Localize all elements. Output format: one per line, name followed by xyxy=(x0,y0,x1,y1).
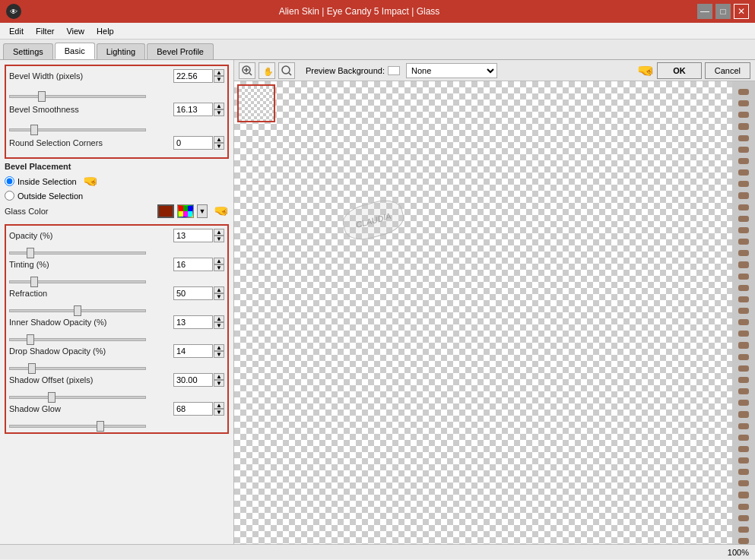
opacity-slider[interactable] xyxy=(9,252,146,255)
tab-lighting[interactable]: Lighting xyxy=(97,43,146,59)
bevel-width-slider[interactable] xyxy=(9,95,146,98)
tab-bevel-profile[interactable]: Bevel Profile xyxy=(147,43,214,59)
refraction-row: Refraction ▲ ▼ xyxy=(9,286,224,300)
dot-11 xyxy=(738,204,749,210)
shadow-glow-up[interactable]: ▲ xyxy=(214,402,224,409)
round-corners-input-wrap: ▲ ▼ xyxy=(173,136,224,150)
drop-shadow-up[interactable]: ▲ xyxy=(214,344,224,351)
bevel-width-up[interactable]: ▲ xyxy=(214,69,224,76)
shadow-offset-slider[interactable] xyxy=(9,396,146,399)
dot-23 xyxy=(738,342,749,348)
dot-37 xyxy=(738,504,749,510)
inside-selection-radio[interactable] xyxy=(5,176,14,186)
dot-34 xyxy=(738,469,749,475)
menu-filter[interactable]: Filter xyxy=(30,25,60,37)
refraction-down[interactable]: ▼ xyxy=(214,293,224,300)
dot-25 xyxy=(738,365,749,372)
refraction-slider[interactable] xyxy=(9,309,146,312)
preview-bg-select[interactable]: None White Black Custom xyxy=(406,63,497,78)
minimize-button[interactable]: — xyxy=(697,4,712,19)
cancel-button[interactable]: Cancel xyxy=(705,62,750,79)
shadow-offset-down[interactable]: ▼ xyxy=(214,380,224,387)
shadow-offset-up[interactable]: ▲ xyxy=(214,373,224,380)
bottom-input-group: Opacity (%) ▲ ▼ Tinting (%) ▲ ▼ xyxy=(5,224,229,434)
top-input-group: Bevel Width (pixels) ▲ ▼ Bevel Smoothnes… xyxy=(5,65,229,159)
refraction-spinner: ▲ ▼ xyxy=(214,286,224,300)
dot-5 xyxy=(738,135,749,141)
pan-tool[interactable]: ✋ xyxy=(259,62,275,79)
ok-button[interactable]: OK xyxy=(657,62,702,79)
opacity-down[interactable]: ▼ xyxy=(214,236,224,242)
dot-30 xyxy=(738,423,749,429)
tab-basic[interactable]: Basic xyxy=(55,43,95,59)
tab-settings[interactable]: Settings xyxy=(3,43,53,59)
dot-1 xyxy=(738,89,749,95)
shadow-glow-input-wrap: ▲ ▼ xyxy=(173,402,224,416)
refraction-up[interactable]: ▲ xyxy=(214,286,224,293)
menu-help[interactable]: Help xyxy=(90,25,120,37)
glass-color-swatch[interactable] xyxy=(157,204,174,218)
dot-35 xyxy=(738,480,749,486)
bevel-smoothness-slider[interactable] xyxy=(9,128,146,131)
inner-shadow-slider[interactable] xyxy=(9,338,146,341)
refraction-input-wrap: ▲ ▼ xyxy=(173,286,224,300)
shadow-offset-label: Shadow Offset (pixels) xyxy=(9,375,173,384)
outside-selection-label: Outside Selection xyxy=(17,191,83,201)
preview-area: CLAUDIA xyxy=(234,81,755,544)
inner-shadow-up[interactable]: ▲ xyxy=(214,315,224,322)
drop-shadow-row: Drop Shadow Opacity (%) ▲ ▼ xyxy=(9,344,224,358)
zoom-in-tool[interactable] xyxy=(239,62,255,79)
menu-view[interactable]: View xyxy=(60,25,90,37)
dot-27 xyxy=(738,388,749,394)
shadow-glow-spinner: ▲ ▼ xyxy=(214,402,224,416)
bevel-smoothness-up[interactable]: ▲ xyxy=(214,103,224,109)
tinting-down[interactable]: ▼ xyxy=(214,264,224,271)
outside-selection-row: Outside Selection xyxy=(5,191,229,201)
shadow-glow-down[interactable]: ▼ xyxy=(214,409,224,416)
dot-21 xyxy=(738,319,749,325)
inner-shadow-input-wrap: ▲ ▼ xyxy=(173,315,224,329)
glass-color-dropdown[interactable]: ▼ xyxy=(197,204,208,218)
round-corners-up[interactable]: ▲ xyxy=(214,136,224,143)
opacity-input[interactable] xyxy=(173,229,213,242)
dot-24 xyxy=(738,354,749,360)
outside-selection-radio[interactable] xyxy=(5,191,14,201)
right-panel: ✋ Preview Background: None White Black C… xyxy=(234,60,755,544)
drop-shadow-slider[interactable] xyxy=(9,367,146,370)
dot-39 xyxy=(738,527,749,533)
drop-shadow-input[interactable] xyxy=(173,344,213,358)
zoom-fit-tool[interactable] xyxy=(278,62,295,79)
ok-hand-icon: 🤜 xyxy=(637,62,654,79)
drop-shadow-down[interactable]: ▼ xyxy=(214,351,224,358)
bevel-width-input[interactable] xyxy=(173,69,213,83)
opacity-up[interactable]: ▲ xyxy=(214,229,224,236)
inner-shadow-down[interactable]: ▼ xyxy=(214,322,224,329)
zoom-in-icon xyxy=(242,65,252,76)
bevel-width-spinner: ▲ ▼ xyxy=(214,69,224,83)
tinting-slider[interactable] xyxy=(9,280,146,283)
watermark-text: CLAUDIA xyxy=(354,211,392,229)
tinting-up[interactable]: ▲ xyxy=(214,258,224,264)
zoom-level: 100% xyxy=(728,548,749,557)
round-corners-down[interactable]: ▼ xyxy=(214,143,224,150)
round-corners-input[interactable] xyxy=(173,136,213,150)
glass-color-grid-btn[interactable] xyxy=(177,204,194,218)
shadow-glow-slider[interactable] xyxy=(9,425,146,428)
bevel-smoothness-input[interactable] xyxy=(173,103,213,116)
shadow-glow-input[interactable] xyxy=(173,402,213,416)
bevel-smoothness-down[interactable]: ▼ xyxy=(214,109,224,116)
inner-shadow-label: Inner Shadow Opacity (%) xyxy=(9,318,173,327)
hand-pan-icon: ✋ xyxy=(262,65,272,76)
preview-bg-label: Preview Background: xyxy=(306,66,385,75)
tinting-input[interactable] xyxy=(173,258,213,271)
bevel-width-down[interactable]: ▼ xyxy=(214,76,224,83)
maximize-button[interactable]: □ xyxy=(715,4,731,19)
refraction-input[interactable] xyxy=(173,286,213,300)
shadow-offset-input[interactable] xyxy=(173,373,213,387)
bevel-smoothness-spinner: ▲ ▼ xyxy=(214,103,224,116)
close-button[interactable]: ✕ xyxy=(734,4,749,19)
shadow-offset-input-wrap: ▲ ▼ xyxy=(173,373,224,387)
menu-edit[interactable]: Edit xyxy=(3,25,30,37)
preview-thumbnail xyxy=(237,84,275,122)
inner-shadow-input[interactable] xyxy=(173,315,213,329)
